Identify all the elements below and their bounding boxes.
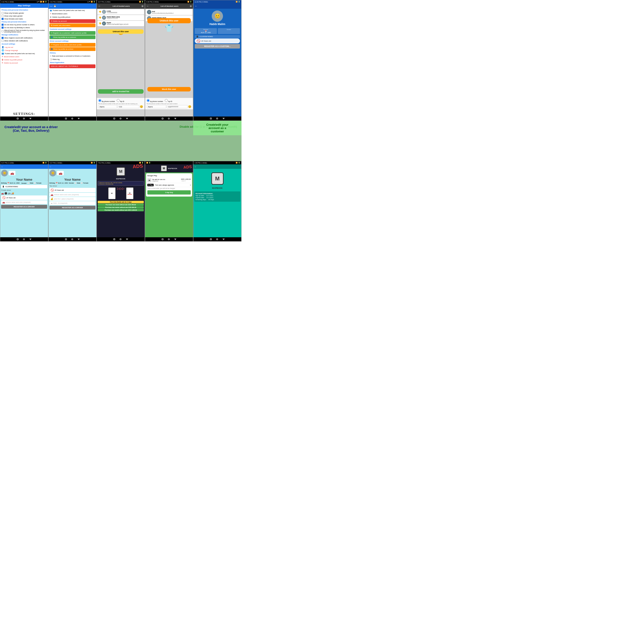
- phone-mock-2: M: [126, 187, 134, 199]
- block-link[interactable]: ✕ Block/Unblock users: [0, 55, 48, 58]
- one-tap-btn[interactable]: 1-tap buy: [147, 190, 191, 195]
- signup-row: sign up date : 12-3-2021: [195, 195, 239, 197]
- back-arrow-5[interactable]: ←: [195, 4, 197, 8]
- show-driver-menu[interactable]: 👤 Show my profile as a driver: [49, 47, 95, 51]
- phone-input-trust[interactable]: [117, 105, 139, 108]
- country-select-block[interactable]: [147, 105, 166, 108]
- check-track[interactable]: [2, 30, 4, 32]
- account-info-box: Account Informaton: sign up date : 12-3-…: [194, 191, 240, 202]
- check-no-phone[interactable]: [2, 24, 4, 26]
- mapbook-name-b5: MAPBOOK: [195, 187, 240, 189]
- check-males[interactable]: [2, 15, 4, 17]
- checkbox-males[interactable]: Show only males gender: [0, 15, 48, 17]
- back-b2[interactable]: ←: [49, 165, 52, 168]
- back-arrow-3[interactable]: ←: [98, 4, 101, 8]
- block-input-area: by phone number by ID Put the phone numb…: [145, 98, 193, 109]
- status-bar-b4: 📶 🔋: [145, 161, 193, 164]
- checkbox-no-bday[interactable]: Do not show my Birthday to others: [0, 26, 48, 29]
- one-week-btn[interactable]: Purchase one week without ads DZD 350.00: [98, 203, 144, 206]
- show-customer-menu[interactable]: 👤 Show my profile as a customer: [49, 35, 95, 39]
- check-females[interactable]: [2, 12, 4, 14]
- language-link[interactable]: 🌐 Change language: [0, 49, 48, 52]
- phone-icon: 📱: [196, 36, 198, 38]
- one-month-btn[interactable]: Purchase one month without ads DZD 1,000…: [98, 209, 144, 211]
- trust-input-area: By phone number By ID Put the phone numb…: [97, 98, 145, 109]
- status-bar-3: 4:47 PM | 0.2KB/s 📶 🔋: [97, 0, 145, 3]
- block-callout[interactable]: block this user: [147, 87, 191, 91]
- nav-bottom-5: [193, 117, 241, 121]
- privacy-section-label: Privacy and personal information: [0, 8, 48, 12]
- register-customer-menu[interactable]: ✏ Register as a customer / edit customer…: [49, 31, 95, 35]
- add-trusted-callout[interactable]: add to trusted list: [98, 89, 144, 94]
- expand-icon-4[interactable]: ⊞: [190, 5, 192, 7]
- back-b1[interactable]: ←: [1, 165, 3, 168]
- delete-account-link[interactable]: ✕ Delete my account: [0, 61, 48, 64]
- gplay-card: Google Play M No ads for one mo Mapbook …: [146, 173, 192, 197]
- driver-top-b2: 😊 🚗: [49, 169, 96, 177]
- status-bar-b2: 9:27 PM | 0.9KB/s 📶 🔋: [49, 161, 96, 164]
- trust-title: List of trusted users: [113, 5, 130, 7]
- thumbsdown-karim[interactable]: 👎: [99, 22, 101, 25]
- mapbook-logo-b4: M: [161, 165, 167, 172]
- route-b2[interactable]: ↔ from - to (required): [49, 201, 95, 205]
- age-b1: 🚫 29 Years old: [1, 195, 47, 200]
- ads-panel-3: 7:51 PM | 0.2KB/s 📶 🔋 M MAPBOOK ADS 1-Re…: [97, 161, 145, 241]
- price-b2[interactable]: 💰 price for 1 place (required): [49, 197, 95, 201]
- rides-log-menu[interactable]: 📋 Rides log: [49, 58, 96, 61]
- join-us-menu[interactable]: JOIN US / ABOUT US / TUTORIALS: [49, 64, 95, 68]
- checkbox-females[interactable]: Show only females gender: [0, 12, 48, 15]
- untrust-callout[interactable]: Untrust this user: [98, 29, 144, 34]
- vehicle-b1[interactable]: 🚗 vehicle name and color (required): [1, 200, 47, 204]
- expand-icon-3[interactable]: ⊞: [142, 5, 143, 7]
- age-b2: 🚫 29 Years old: [49, 188, 95, 192]
- profile-header: 😊 Habib Malim: [193, 9, 241, 28]
- save-icon-2[interactable]: 💾: [54, 5, 56, 7]
- status-bar-1: 4:42 PM | 0.3KB/s ▲▼ 📶 📶 🔋: [0, 0, 48, 3]
- gender-card: Gender: [218, 28, 240, 34]
- car-icon-b1: 🚗: [9, 171, 15, 175]
- status-bar-5: 11:44 PM | 5.5KB/s 📶 🔋: [193, 0, 241, 3]
- two-weeks-btn[interactable]: Purchase two weeks without ads DZD 600.0…: [98, 206, 144, 209]
- back-b5[interactable]: ←: [194, 165, 197, 168]
- delete-account-menu[interactable]: ✕ Delete my account: [49, 19, 95, 23]
- checkbox-no-phone[interactable]: Do not show my phone number to others: [0, 23, 48, 26]
- bday-row-b1: Birthday 📅 AUG 12, 1992 Gender ⚪ Male ⚪ …: [0, 182, 48, 184]
- rate-menu[interactable]: ☆ Rate and leave a comment to Drivers or…: [49, 54, 96, 58]
- thumbsdown-linda[interactable]: 👎: [99, 11, 101, 13]
- logout-link[interactable]: 👤 Log me out: [0, 46, 48, 49]
- block-menu[interactable]: ✕ Block/Unblock users: [49, 12, 96, 15]
- avatar-linda: L: [102, 10, 106, 14]
- thumbsdown-habib[interactable]: 👎: [99, 17, 101, 19]
- register-driver-menu[interactable]: 🔑 Register as a driver / edit driver pro…: [49, 43, 95, 47]
- country-select-trust[interactable]: [98, 105, 117, 108]
- disable-ads-menu[interactable]: ⚙ Disable ads information: [49, 23, 95, 27]
- register-driver-btn-2[interactable]: REGISTER AS A DRIVER: [49, 206, 95, 210]
- register-driver-btn-1[interactable]: REGISTER AS A DRIVER: [1, 205, 47, 209]
- delete-pic-menu[interactable]: 🗑 Delete my profile picture: [49, 15, 96, 19]
- gpay-item: G Pay Test card, always approves ›: [147, 183, 191, 187]
- trust-user-linda: 👎 L Linda +213555555555: [97, 9, 144, 15]
- account-info-title: Account Informaton:: [195, 193, 239, 195]
- checkbox-vibration[interactable]: Allow vibration with notifications: [0, 39, 48, 42]
- check-both[interactable]: [2, 18, 4, 20]
- trusted-list-link[interactable]: 👥 Trusted users list (select who can tra…: [0, 52, 48, 55]
- check-vibration[interactable]: [2, 40, 4, 42]
- driver-section: Driver account settings: [49, 40, 96, 42]
- back-arrow-4[interactable]: ←: [146, 4, 149, 8]
- trusted-list-menu[interactable]: 👥 Trusted users list (select who can tra…: [49, 9, 96, 12]
- vehicle-b2[interactable]: 🚗 vehicle name and color (required): [49, 193, 95, 197]
- back-arrow-2[interactable]: ←: [50, 4, 53, 8]
- delete-pic-link[interactable]: 🗑 Delete my profile picture: [0, 58, 48, 61]
- checkbox-ringtone[interactable]: Allow ringtone sound with notifications: [0, 36, 48, 39]
- checkbox-both[interactable]: Show females and males: [0, 17, 48, 20]
- check-no-bday[interactable]: [2, 27, 4, 29]
- block-title: List of blocked users: [161, 5, 178, 7]
- unblock-callout[interactable]: Unblock this user: [147, 18, 191, 23]
- free-trial-btn[interactable]: Free trial disable ads for 2 days: [98, 201, 144, 203]
- phone-b1: 📱 +2135558785862: [1, 185, 47, 188]
- phone-input-block[interactable]: [167, 105, 188, 108]
- gpay-arrow[interactable]: ›: [190, 184, 191, 186]
- register-customer-btn[interactable]: REGISTER AS A CUSTOM...: [195, 44, 240, 49]
- check-ringtone[interactable]: [2, 37, 4, 39]
- checkbox-track[interactable]: Allow all users to Track my location by …: [0, 29, 48, 33]
